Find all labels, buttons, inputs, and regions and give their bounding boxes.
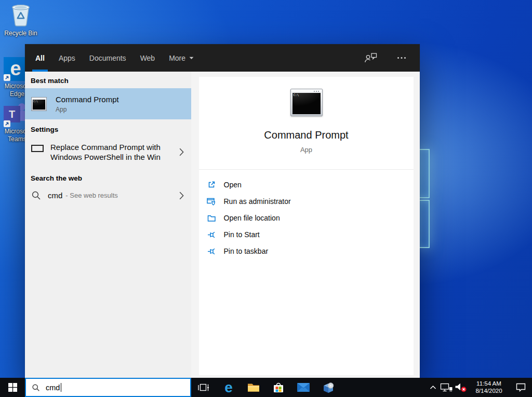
settings-header: Settings <box>25 119 191 137</box>
windows-logo-icon <box>8 383 17 392</box>
best-match-header: Best match <box>25 72 191 88</box>
tab-apps[interactable]: Apps <box>59 44 75 72</box>
desktop: Recycle Bin e Microsoft Edge T Microsoft… <box>0 0 532 397</box>
tray-date: 8/14/2020 <box>475 388 502 395</box>
tab-documents[interactable]: Documents <box>89 44 126 72</box>
text-caret <box>61 383 61 392</box>
console-window-icon <box>31 145 44 152</box>
open-icon <box>207 181 217 189</box>
chevron-right-icon <box>179 191 184 200</box>
chevron-down-icon <box>189 57 194 60</box>
file-explorer-icon <box>247 382 260 392</box>
task-view-icon <box>198 383 209 392</box>
search-filter-bar: All Apps Documents Web More <box>25 44 420 72</box>
best-match-result-command-prompt[interactable]: C:\ Command Prompt App <box>25 88 191 119</box>
web-suffix: - See web results <box>65 191 117 199</box>
search-icon <box>31 190 41 200</box>
task-view-button[interactable] <box>191 378 216 397</box>
recycle-bin-icon <box>10 3 32 28</box>
preview-subtitle: App <box>300 146 312 154</box>
system-tray: 11:54 AM 8/14/2020 <box>426 378 532 397</box>
action-run-as-administrator[interactable]: Run as administrator <box>207 193 421 210</box>
chevron-up-icon <box>430 385 436 390</box>
search-web-header: Search the web <box>25 168 191 186</box>
shortcut-arrow-icon <box>4 74 10 81</box>
store-button[interactable] <box>266 378 291 397</box>
preview-pane: C:\ Command Prompt App Open <box>191 72 420 378</box>
edge-icon: e <box>224 380 233 395</box>
search-icon <box>32 384 40 392</box>
web-query: cmd <box>48 191 62 200</box>
result-subtitle: App <box>56 106 119 113</box>
action-open-file-location[interactable]: Open file location <box>207 210 421 226</box>
ellipsis-menu-icon[interactable] <box>397 57 406 59</box>
taskbar-search-input[interactable]: cmd <box>25 378 191 397</box>
ethernet-network-icon <box>440 383 453 392</box>
action-pin-to-taskbar[interactable]: Pin to taskbar <box>207 243 421 259</box>
settings-result-replace-cmd[interactable]: Replace Command Prompt with Windows Powe… <box>25 137 191 168</box>
command-prompt-icon: C:\ <box>31 97 47 111</box>
result-title: Replace Command Prompt with Windows Powe… <box>50 142 164 162</box>
open-file-location-icon <box>207 214 217 222</box>
chevron-right-icon <box>179 148 184 156</box>
action-center-icon <box>516 383 526 392</box>
volume-muted-icon <box>455 382 468 392</box>
result-title: Command Prompt <box>56 95 119 104</box>
shortcut-arrow-icon <box>4 120 10 127</box>
search-results-list: Best match C:\ Command Prompt App Settin… <box>25 72 191 378</box>
pin-to-taskbar-icon <box>207 247 217 255</box>
preview-title: Command Prompt <box>264 129 348 141</box>
installer-button[interactable] <box>316 378 341 397</box>
tray-time: 11:54 AM <box>475 380 502 388</box>
edge-taskbar-button[interactable]: e <box>216 378 241 397</box>
taskbar: cmd e <box>0 378 532 397</box>
volume-tray-button[interactable] <box>453 378 469 397</box>
search-input-value: cmd <box>46 384 60 392</box>
desktop-icon-recycle-bin[interactable]: Recycle Bin <box>2 3 39 37</box>
action-list: Open Run as administrator <box>192 170 421 259</box>
command-prompt-icon-large: C:\ <box>290 89 323 116</box>
tab-web[interactable]: Web <box>140 44 155 72</box>
action-center-button[interactable] <box>509 378 532 397</box>
edge-tile-icon: e <box>4 57 28 81</box>
feedback-user-icon[interactable] <box>365 53 377 63</box>
clock[interactable]: 11:54 AM 8/14/2020 <box>469 378 509 397</box>
action-open[interactable]: Open <box>207 176 421 193</box>
pin-to-start-icon <box>207 230 217 239</box>
file-explorer-button[interactable] <box>241 378 266 397</box>
mail-button[interactable] <box>291 378 316 397</box>
desktop-icon-label: Recycle Bin <box>2 30 39 37</box>
tab-more[interactable]: More <box>169 44 194 72</box>
mail-icon <box>297 383 310 392</box>
tab-all[interactable]: All <box>35 44 45 72</box>
preview-card: C:\ Command Prompt App Open <box>199 77 414 375</box>
microsoft-store-icon <box>273 382 284 393</box>
web-search-result-cmd[interactable]: cmd - See web results <box>25 186 191 205</box>
start-button[interactable] <box>0 378 25 397</box>
tray-overflow-button[interactable] <box>426 378 440 397</box>
search-flyout-panel: All Apps Documents Web More <box>25 44 420 378</box>
action-pin-to-start[interactable]: Pin to Start <box>207 226 421 243</box>
installer-icon <box>322 382 335 393</box>
run-as-admin-icon <box>207 197 217 206</box>
network-tray-button[interactable] <box>440 378 453 397</box>
